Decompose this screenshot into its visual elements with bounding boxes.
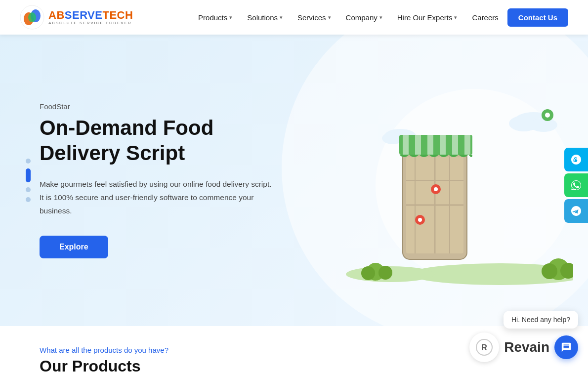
delivery-illustration	[316, 82, 573, 289]
nav-link-hire[interactable]: Hire Our Experts ▾	[391, 9, 463, 26]
slide-dot-4[interactable]	[26, 197, 31, 202]
nav-item-careers[interactable]: Careers	[466, 9, 504, 26]
chevron-down-icon: ▾	[280, 14, 283, 21]
revain-icon-area: R Revain	[469, 332, 578, 362]
nav-item-products[interactable]: Products ▾	[192, 9, 238, 26]
chevron-down-icon: ▾	[229, 14, 232, 21]
nav-link-solutions[interactable]: Solutions ▾	[241, 9, 289, 26]
logo-brand: ABSERVETECH	[48, 9, 133, 21]
svg-rect-29	[427, 135, 433, 155]
nav-link-company[interactable]: Company ▾	[340, 9, 388, 26]
svg-rect-32	[464, 135, 470, 155]
chat-trigger-button[interactable]	[554, 335, 578, 359]
navbar: ABSERVETECH ABSOLUTE SERVICE FOREVER Pro…	[0, 0, 588, 35]
telegram-button[interactable]	[564, 199, 588, 223]
explore-button[interactable]: Explore	[40, 236, 108, 258]
nav-links: Products ▾ Solutions ▾ Services ▾ Compan…	[192, 8, 568, 27]
slide-dots	[26, 159, 31, 202]
slide-dot-1[interactable]	[26, 159, 31, 164]
nav-item-solutions[interactable]: Solutions ▾	[241, 9, 289, 26]
svg-point-54	[542, 263, 557, 279]
hero-description: Make gourmets feel satisfied by using ou…	[40, 177, 277, 217]
nav-link-careers[interactable]: Careers	[466, 9, 504, 26]
revain-circle-icon: R	[475, 338, 493, 356]
logo-text: ABSERVETECH ABSOLUTE SERVICE FOREVER	[48, 9, 133, 26]
telegram-icon	[570, 205, 582, 217]
svg-point-3	[28, 12, 36, 22]
svg-point-51	[361, 266, 375, 280]
nav-link-products[interactable]: Products ▾	[192, 9, 238, 26]
revain-brand-text: Revain	[504, 339, 549, 355]
svg-rect-30	[440, 135, 446, 155]
hero-section: FoodStar On-Demand Food Delivery Script …	[0, 35, 588, 326]
svg-point-25	[418, 218, 422, 222]
slide-dot-3[interactable]	[26, 187, 31, 192]
logo-tagline: ABSOLUTE SERVICE FOREVER	[48, 21, 133, 26]
svg-rect-27	[403, 135, 409, 155]
nav-link-services[interactable]: Services ▾	[292, 9, 337, 26]
logo-icon	[20, 5, 44, 30]
whatsapp-button[interactable]	[564, 173, 588, 197]
logo[interactable]: ABSERVETECH ABSOLUTE SERVICE FOREVER	[20, 5, 133, 30]
nav-item-contact[interactable]: Contact Us	[507, 8, 568, 27]
hero-subtitle: FoodStar	[40, 102, 277, 111]
slide-dot-2[interactable]	[26, 168, 31, 182]
skype-button[interactable]	[564, 148, 588, 171]
nav-item-services[interactable]: Services ▾	[292, 9, 337, 26]
svg-rect-28	[415, 135, 421, 155]
svg-point-52	[378, 266, 392, 280]
contact-us-button[interactable]: Contact Us	[507, 8, 568, 27]
svg-point-23	[434, 187, 438, 191]
svg-text:R: R	[481, 343, 487, 352]
svg-rect-26	[399, 135, 472, 155]
svg-point-14	[545, 113, 550, 118]
chevron-down-icon: ▾	[379, 14, 382, 21]
hero-title: On-Demand Food Delivery Script	[40, 116, 277, 165]
nav-item-company[interactable]: Company ▾	[340, 9, 388, 26]
hero-illustration	[316, 82, 573, 279]
floating-chat-buttons	[564, 148, 588, 225]
svg-point-9	[530, 118, 557, 132]
chat-icon	[561, 342, 572, 353]
nav-item-hire[interactable]: Hire Our Experts ▾	[391, 9, 463, 26]
chevron-down-icon: ▾	[454, 14, 457, 21]
revain-chat-widget: Hi. Need any help? R Revain	[469, 311, 578, 362]
hero-content: FoodStar On-Demand Food Delivery Script …	[0, 73, 306, 288]
revain-logo[interactable]: R	[469, 332, 499, 362]
chat-bubble: Hi. Need any help?	[504, 311, 578, 329]
skype-icon	[570, 154, 582, 165]
whatsapp-icon	[570, 179, 582, 191]
chevron-down-icon: ▾	[328, 14, 331, 21]
svg-rect-31	[452, 135, 458, 155]
